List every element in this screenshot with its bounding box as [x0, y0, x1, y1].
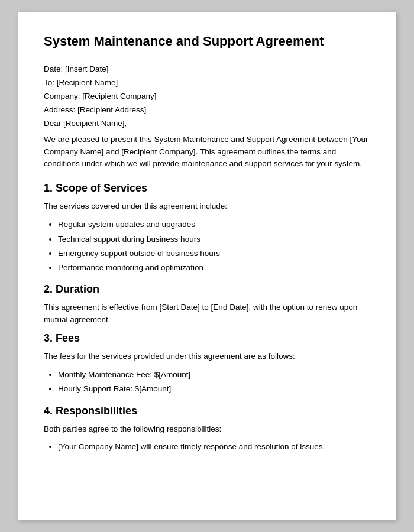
intro-paragraph: We are pleased to present this System Ma…	[44, 134, 370, 171]
section-heading-4: 4. Responsibilities	[44, 405, 370, 417]
list-item: Regular system updates and upgrades	[58, 219, 370, 231]
section-text-4: Both parties agree to the following resp…	[44, 423, 370, 436]
bullet-list-4: [Your Company Name] will ensure timely r…	[58, 441, 370, 453]
list-item: Monthly Maintenance Fee: $[Amount]	[58, 369, 370, 381]
section-heading-1: 1. Scope of Services	[44, 182, 370, 194]
sections-container: 1. Scope of ServicesThe services covered…	[44, 182, 370, 453]
bullet-list-3: Monthly Maintenance Fee: $[Amount]Hourly…	[58, 369, 370, 395]
to-line: To: [Recipient Name]	[44, 78, 370, 87]
company-line: Company: [Recipient Company]	[44, 92, 370, 100]
section-heading-3: 3. Fees	[44, 332, 370, 345]
list-item: Emergency support outside of business ho…	[58, 248, 370, 259]
section-block-3: 3. FeesThe fees for the services provide…	[44, 332, 370, 395]
date-line: Date: [Insert Date]	[44, 64, 370, 73]
section-text-1: The services covered under this agreemen…	[44, 200, 370, 213]
list-item: Technical support during business hours	[58, 233, 370, 245]
list-item: [Your Company Name] will ensure timely r…	[58, 441, 370, 453]
section-text-3: The fees for the services provided under…	[44, 351, 370, 363]
list-item: Performance monitoring and optimization	[58, 262, 370, 274]
section-heading-2: 2. Duration	[44, 283, 370, 296]
address-line: Address: [Recipient Address]	[44, 105, 370, 114]
section-block-2: 2. DurationThis agreement is effective f…	[44, 283, 370, 326]
section-block-1: 1. Scope of ServicesThe services covered…	[44, 182, 370, 274]
document-container: System Maintenance and Support Agreement…	[18, 12, 396, 520]
section-text-2: This agreement is effective from [Start …	[44, 301, 370, 326]
section-block-4: 4. ResponsibilitiesBoth parties agree to…	[44, 405, 370, 453]
salutation: Dear [Recipient Name],	[44, 119, 370, 128]
document-title: System Maintenance and Support Agreement	[44, 33, 370, 50]
bullet-list-1: Regular system updates and upgradesTechn…	[58, 219, 370, 274]
list-item: Hourly Support Rate: $[Amount]	[58, 383, 370, 395]
